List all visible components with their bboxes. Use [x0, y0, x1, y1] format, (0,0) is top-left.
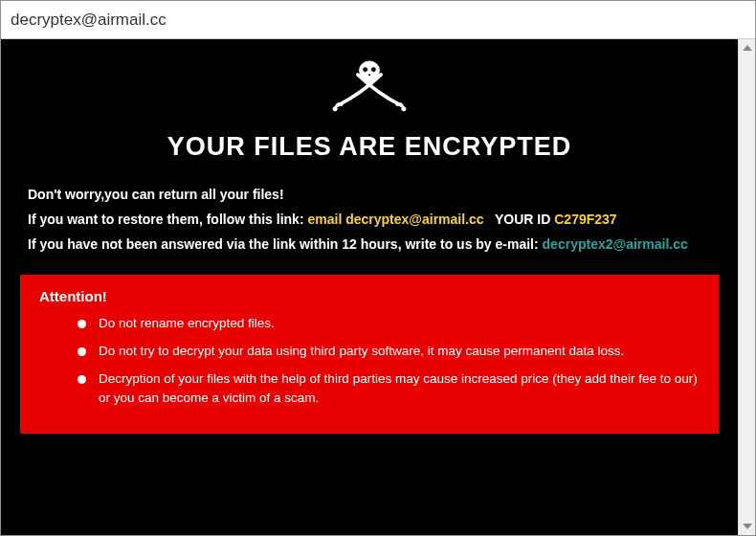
window-title: decryptex@airmail.cc — [11, 11, 167, 30]
ransom-note: YOUR FILES ARE ENCRYPTED Don't worry,you… — [1, 39, 738, 535]
attention-title: Attention! — [39, 288, 700, 304]
body-line-1: Don't worry,you can return all your file… — [28, 183, 711, 208]
svg-point-6 — [402, 107, 406, 111]
pirate-logo — [18, 54, 721, 124]
attention-box: Attention! Do not rename encrypted files… — [20, 275, 719, 435]
svg-point-3 — [371, 67, 377, 73]
body-line-2: If you want to restore them, follow this… — [28, 208, 711, 233]
list-item: Do not try to decrypt your data using th… — [78, 342, 700, 362]
contact-email-secondary: decryptex2@airmail.cc — [543, 236, 688, 252]
body-line-3: If you have not been answered via the li… — [28, 233, 711, 257]
list-item: Decryption of your files with the help o… — [78, 369, 700, 410]
skull-crossed-swords-icon — [326, 54, 412, 121]
victim-id: C279F237 — [554, 212, 616, 227]
scroll-down-arrow-icon[interactable] — [739, 518, 756, 535]
svg-point-2 — [363, 67, 368, 73]
headline: YOUR FILES ARE ENCRYPTED — [18, 132, 721, 162]
content-wrapper: YOUR FILES ARE ENCRYPTED Don't worry,you… — [1, 39, 755, 535]
scroll-up-arrow-icon[interactable] — [739, 39, 756, 56]
list-item: Do not rename encrypted files. — [78, 314, 700, 334]
window-titlebar: decryptex@airmail.cc — [1, 1, 755, 39]
attention-list: Do not rename encrypted files. Do not tr… — [39, 314, 700, 410]
svg-rect-4 — [368, 74, 371, 77]
contact-email-primary: decryptex@airmail.cc — [345, 212, 483, 227]
svg-point-5 — [333, 107, 337, 111]
vertical-scrollbar[interactable] — [738, 39, 755, 535]
body-text: Don't worry,you can return all your file… — [28, 183, 711, 257]
